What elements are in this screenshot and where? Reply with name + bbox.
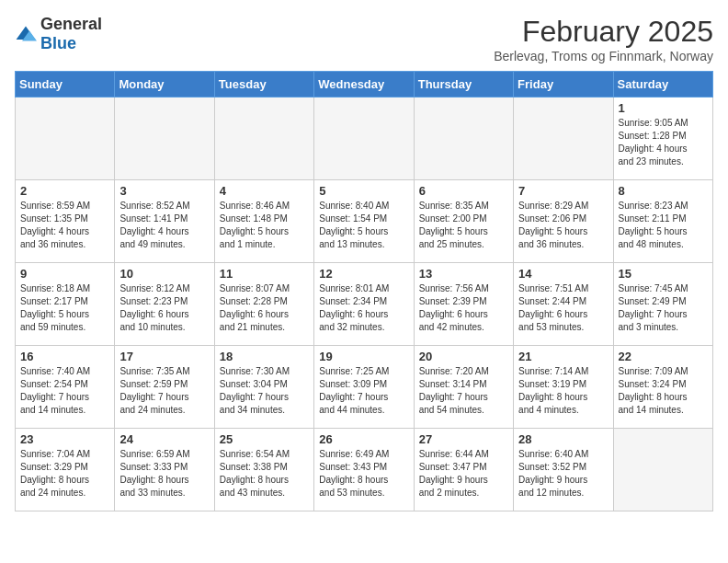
calendar-cell: 18Sunrise: 7:30 AM Sunset: 3:04 PM Dayli… — [214, 346, 313, 429]
logo-blue: Blue — [40, 34, 76, 52]
day-info: Sunrise: 6:44 AM Sunset: 3:47 PM Dayligh… — [419, 448, 508, 500]
weekday-header-row: SundayMondayTuesdayWednesdayThursdayFrid… — [16, 72, 713, 98]
day-info: Sunrise: 6:54 AM Sunset: 3:38 PM Dayligh… — [220, 448, 309, 500]
day-number: 11 — [220, 267, 309, 281]
calendar-cell — [314, 98, 414, 180]
day-number: 3 — [119, 184, 209, 198]
title-area: February 2025 Berlevag, Troms og Finnmar… — [494, 15, 713, 63]
calendar-cell: 19Sunrise: 7:25 AM Sunset: 3:09 PM Dayli… — [314, 346, 414, 429]
day-number: 5 — [319, 184, 408, 198]
day-info: Sunrise: 8:40 AM Sunset: 1:54 PM Dayligh… — [319, 200, 408, 251]
day-number: 23 — [20, 432, 109, 446]
calendar-cell: 12Sunrise: 8:01 AM Sunset: 2:34 PM Dayli… — [314, 263, 414, 346]
day-info: Sunrise: 8:01 AM Sunset: 2:34 PM Dayligh… — [319, 282, 408, 334]
logo-text: General Blue — [40, 15, 102, 53]
day-number: 9 — [20, 267, 109, 281]
day-number: 27 — [419, 432, 508, 446]
day-info: Sunrise: 8:07 AM Sunset: 2:28 PM Dayligh… — [220, 282, 309, 334]
day-number: 6 — [419, 184, 508, 198]
logo-icon — [15, 25, 37, 43]
day-info: Sunrise: 6:40 AM Sunset: 3:52 PM Dayligh… — [518, 448, 608, 500]
calendar-cell: 17Sunrise: 7:35 AM Sunset: 2:59 PM Dayli… — [115, 346, 214, 429]
calendar-cell: 21Sunrise: 7:14 AM Sunset: 3:19 PM Dayli… — [514, 346, 613, 429]
day-info: Sunrise: 8:29 AM Sunset: 2:06 PM Dayligh… — [518, 200, 608, 251]
calendar-cell: 16Sunrise: 7:40 AM Sunset: 2:54 PM Dayli… — [16, 346, 115, 429]
calendar-cell: 7Sunrise: 8:29 AM Sunset: 2:06 PM Daylig… — [514, 180, 613, 263]
calendar-cell: 27Sunrise: 6:44 AM Sunset: 3:47 PM Dayli… — [414, 429, 513, 511]
week-row-1: 1Sunrise: 9:05 AM Sunset: 1:28 PM Daylig… — [16, 98, 713, 180]
weekday-header-thursday: Thursday — [414, 72, 513, 98]
day-info: Sunrise: 8:35 AM Sunset: 2:00 PM Dayligh… — [419, 200, 508, 251]
calendar-cell: 20Sunrise: 7:20 AM Sunset: 3:14 PM Dayli… — [414, 346, 513, 429]
day-info: Sunrise: 8:52 AM Sunset: 1:41 PM Dayligh… — [119, 200, 209, 251]
calendar-cell: 26Sunrise: 6:49 AM Sunset: 3:43 PM Dayli… — [314, 429, 414, 511]
calendar-cell — [214, 98, 313, 180]
calendar-cell: 3Sunrise: 8:52 AM Sunset: 1:41 PM Daylig… — [115, 180, 214, 263]
day-info: Sunrise: 8:18 AM Sunset: 2:17 PM Dayligh… — [20, 282, 109, 334]
day-number: 10 — [119, 267, 209, 281]
weekday-header-friday: Friday — [514, 72, 613, 98]
calendar-cell: 24Sunrise: 6:59 AM Sunset: 3:33 PM Dayli… — [115, 429, 214, 511]
day-info: Sunrise: 6:59 AM Sunset: 3:33 PM Dayligh… — [119, 448, 209, 500]
calendar-cell: 11Sunrise: 8:07 AM Sunset: 2:28 PM Dayli… — [214, 263, 313, 346]
calendar-cell: 13Sunrise: 7:56 AM Sunset: 2:39 PM Dayli… — [414, 263, 513, 346]
day-info: Sunrise: 8:12 AM Sunset: 2:23 PM Dayligh… — [119, 282, 209, 334]
day-number: 4 — [220, 184, 309, 198]
calendar-cell: 2Sunrise: 8:59 AM Sunset: 1:35 PM Daylig… — [16, 180, 115, 263]
calendar-cell: 10Sunrise: 8:12 AM Sunset: 2:23 PM Dayli… — [115, 263, 214, 346]
day-info: Sunrise: 7:04 AM Sunset: 3:29 PM Dayligh… — [20, 448, 109, 500]
calendar-subtitle: Berlevag, Troms og Finnmark, Norway — [494, 49, 713, 63]
calendar-cell: 4Sunrise: 8:46 AM Sunset: 1:48 PM Daylig… — [214, 180, 313, 263]
day-number: 17 — [119, 350, 209, 363]
day-info: Sunrise: 7:25 AM Sunset: 3:09 PM Dayligh… — [319, 365, 408, 417]
calendar-cell: 15Sunrise: 7:45 AM Sunset: 2:49 PM Dayli… — [613, 263, 712, 346]
calendar-cell: 5Sunrise: 8:40 AM Sunset: 1:54 PM Daylig… — [314, 180, 414, 263]
day-number: 20 — [419, 350, 508, 363]
day-info: Sunrise: 7:56 AM Sunset: 2:39 PM Dayligh… — [419, 282, 508, 334]
day-number: 7 — [518, 184, 608, 198]
logo-general: General — [40, 15, 102, 33]
day-info: Sunrise: 6:49 AM Sunset: 3:43 PM Dayligh… — [319, 448, 408, 500]
week-row-4: 16Sunrise: 7:40 AM Sunset: 2:54 PM Dayli… — [16, 346, 713, 429]
day-number: 12 — [319, 267, 408, 281]
week-row-2: 2Sunrise: 8:59 AM Sunset: 1:35 PM Daylig… — [16, 180, 713, 263]
calendar-cell: 8Sunrise: 8:23 AM Sunset: 2:11 PM Daylig… — [613, 180, 712, 263]
day-number: 15 — [619, 267, 708, 281]
calendar-cell: 25Sunrise: 6:54 AM Sunset: 3:38 PM Dayli… — [214, 429, 313, 511]
header: General Blue February 2025 Berlevag, Tro… — [15, 15, 713, 63]
calendar-cell — [613, 429, 712, 511]
day-info: Sunrise: 7:51 AM Sunset: 2:44 PM Dayligh… — [518, 282, 608, 334]
day-info: Sunrise: 7:20 AM Sunset: 3:14 PM Dayligh… — [419, 365, 508, 417]
calendar-cell — [514, 98, 613, 180]
calendar-cell: 22Sunrise: 7:09 AM Sunset: 3:24 PM Dayli… — [613, 346, 712, 429]
day-info: Sunrise: 7:35 AM Sunset: 2:59 PM Dayligh… — [119, 365, 209, 417]
day-info: Sunrise: 7:14 AM Sunset: 3:19 PM Dayligh… — [518, 365, 608, 417]
day-info: Sunrise: 7:40 AM Sunset: 2:54 PM Dayligh… — [20, 365, 109, 417]
calendar-cell: 23Sunrise: 7:04 AM Sunset: 3:29 PM Dayli… — [16, 429, 115, 511]
day-number: 2 — [20, 184, 109, 198]
day-number: 8 — [619, 184, 708, 198]
day-number: 21 — [518, 350, 608, 363]
day-info: Sunrise: 7:09 AM Sunset: 3:24 PM Dayligh… — [619, 365, 708, 417]
calendar-cell — [414, 98, 513, 180]
day-number: 1 — [619, 101, 708, 115]
day-info: Sunrise: 7:30 AM Sunset: 3:04 PM Dayligh… — [220, 365, 309, 417]
day-number: 16 — [20, 350, 109, 363]
day-number: 19 — [319, 350, 408, 363]
day-info: Sunrise: 8:23 AM Sunset: 2:11 PM Dayligh… — [619, 200, 708, 251]
logo: General Blue — [15, 15, 102, 53]
day-number: 28 — [518, 432, 608, 446]
calendar-cell: 6Sunrise: 8:35 AM Sunset: 2:00 PM Daylig… — [414, 180, 513, 263]
week-row-5: 23Sunrise: 7:04 AM Sunset: 3:29 PM Dayli… — [16, 429, 713, 511]
calendar-cell — [16, 98, 115, 180]
weekday-header-sunday: Sunday — [16, 72, 115, 98]
weekday-header-monday: Monday — [115, 72, 214, 98]
day-number: 18 — [220, 350, 309, 363]
day-info: Sunrise: 8:59 AM Sunset: 1:35 PM Dayligh… — [20, 200, 109, 251]
week-row-3: 9Sunrise: 8:18 AM Sunset: 2:17 PM Daylig… — [16, 263, 713, 346]
calendar-cell: 9Sunrise: 8:18 AM Sunset: 2:17 PM Daylig… — [16, 263, 115, 346]
calendar-cell — [115, 98, 214, 180]
day-number: 14 — [518, 267, 608, 281]
day-info: Sunrise: 8:46 AM Sunset: 1:48 PM Dayligh… — [220, 200, 309, 251]
day-number: 26 — [319, 432, 408, 446]
